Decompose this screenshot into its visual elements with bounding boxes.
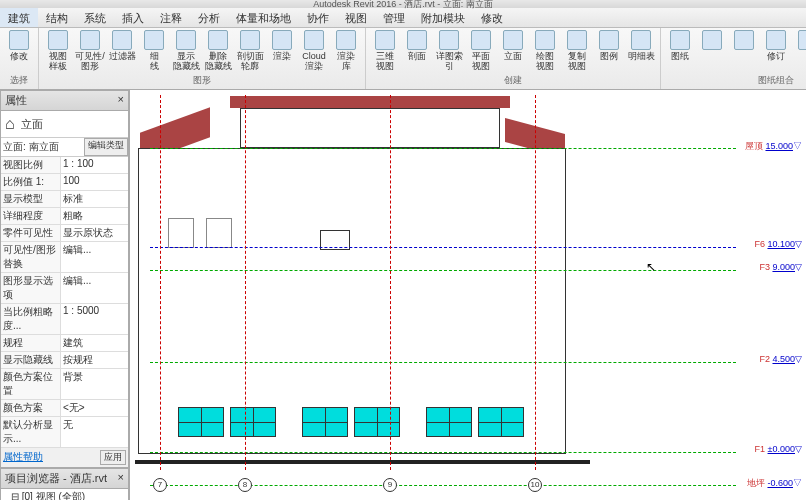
panel-title: 项目浏览器 - 酒店.rvt (5, 471, 107, 486)
tool-icon (336, 30, 356, 50)
menu-item[interactable]: 附加模块 (413, 8, 473, 27)
grid-bubble[interactable]: 10 (528, 478, 542, 492)
grid-line[interactable] (390, 95, 391, 470)
window (354, 407, 400, 437)
tool-icon (702, 30, 722, 50)
level-line[interactable] (150, 247, 736, 248)
properties-help-link[interactable]: 属性帮助 (3, 450, 43, 465)
ribbon-button[interactable]: 图纸 (665, 30, 695, 71)
menu-item[interactable]: 修改 (473, 8, 511, 27)
tool-icon (208, 30, 228, 50)
menu-item[interactable]: 建筑 (0, 8, 38, 27)
menu-item[interactable]: 分析 (190, 8, 228, 27)
tool-icon (144, 30, 164, 50)
ribbon-button[interactable] (729, 30, 759, 71)
drawing-canvas[interactable]: 屋顶 15.000▽F6 10.100▽F3 9.000▽F2 4.500▽F1… (130, 90, 806, 500)
title-bar: Autodesk Revit 2016 - 酒店.rvt - 立面: 南立面 (0, 0, 806, 8)
property-row[interactable]: 显示模型标准 (1, 191, 128, 208)
ribbon-button[interactable]: 显示隐藏线 (171, 30, 201, 71)
tool-icon (766, 30, 786, 50)
tool-icon (567, 30, 587, 50)
property-row[interactable]: 当比例粗略度...1 : 5000 (1, 304, 128, 335)
ribbon-button[interactable]: 立面 (498, 30, 528, 71)
window (230, 407, 276, 437)
property-row[interactable]: 显示隐藏线按规程 (1, 352, 128, 369)
ribbon-button[interactable]: 渲染 (267, 30, 297, 71)
menu-item[interactable]: 插入 (114, 8, 152, 27)
property-row[interactable]: 零件可见性显示原状态 (1, 225, 128, 242)
tool-icon (407, 30, 427, 50)
ribbon-button[interactable]: 三维视图 (370, 30, 400, 71)
ribbon-button[interactable]: 剖切面轮廓 (235, 30, 265, 71)
tool-icon (176, 30, 196, 50)
ribbon-button[interactable]: 明细表 (626, 30, 656, 71)
properties-panel: 属性× ⌂ 立面 立面: 南立面 编辑类型 视图比例1 : 100比例值 1:1… (0, 90, 129, 468)
grid-bubble[interactable]: 7 (153, 478, 167, 492)
menu-item[interactable]: 管理 (375, 8, 413, 27)
tool-icon (272, 30, 292, 50)
property-row[interactable]: 详细程度粗略 (1, 208, 128, 225)
ribbon-group-graphics: 视图样板可见性/图形过滤器细线显示隐藏线删除隐藏线剖切面轮廓渲染Cloud渲染渲… (39, 28, 366, 89)
edit-type-button[interactable]: 编辑类型 (84, 138, 128, 156)
modify-button[interactable]: 修改 (4, 30, 34, 61)
ribbon-button[interactable] (793, 30, 806, 71)
window (426, 407, 472, 437)
level-label[interactable]: F2 4.500▽ (759, 354, 802, 364)
ribbon-button[interactable] (697, 30, 727, 71)
cursor-icon (9, 30, 29, 50)
menu-item[interactable]: 注释 (152, 8, 190, 27)
grid-line[interactable] (535, 95, 536, 470)
ground-line (135, 460, 590, 464)
property-row[interactable]: 可见性/图形替换编辑... (1, 242, 128, 273)
menu-item[interactable]: 系统 (76, 8, 114, 27)
property-row[interactable]: 比例值 1:100 (1, 174, 128, 191)
ribbon-button[interactable]: 删除隐藏线 (203, 30, 233, 71)
grid-bubble[interactable]: 8 (238, 478, 252, 492)
close-icon[interactable]: × (118, 471, 124, 486)
tree-node[interactable]: ⊟ [0] 视图 (全部) (1, 489, 128, 500)
menu-item[interactable]: 体量和场地 (228, 8, 299, 27)
level-label[interactable]: 屋顶 15.000▽ (745, 140, 802, 153)
ribbon-button[interactable]: 渲染库 (331, 30, 361, 71)
property-row[interactable]: 视图比例1 : 100 (1, 157, 128, 174)
level-label[interactable]: 地坪 -0.600▽ (747, 477, 802, 490)
close-icon[interactable]: × (118, 93, 124, 108)
ribbon-button[interactable]: 视图样板 (43, 30, 73, 71)
ribbon-button[interactable]: 剖面 (402, 30, 432, 71)
ribbon-button[interactable]: 可见性/图形 (75, 30, 105, 71)
property-row[interactable]: 规程建筑 (1, 335, 128, 352)
ribbon-button[interactable]: 图例 (594, 30, 624, 71)
view-selector[interactable]: 立面: 南立面 (1, 138, 84, 156)
ribbon-button[interactable]: 修订 (761, 30, 791, 71)
grid-line[interactable] (245, 95, 246, 470)
grid-line[interactable] (160, 95, 161, 470)
menu-item[interactable]: 视图 (337, 8, 375, 27)
level-line[interactable] (150, 362, 736, 363)
level-line[interactable] (150, 148, 736, 149)
level-label[interactable]: F1 ±0.000▽ (755, 444, 803, 454)
ribbon-button[interactable]: 详图索引 (434, 30, 464, 71)
ribbon-button[interactable]: 过滤器 (107, 30, 137, 71)
property-row[interactable]: 图形显示选项编辑... (1, 273, 128, 304)
tool-icon (798, 30, 806, 50)
property-row[interactable]: 颜色方案位置背景 (1, 369, 128, 400)
roof (230, 96, 510, 108)
level-label[interactable]: F3 9.000▽ (759, 262, 802, 272)
property-row[interactable]: 默认分析显示...无 (1, 417, 128, 448)
ribbon-button[interactable]: Cloud渲染 (299, 30, 329, 71)
level-line[interactable] (150, 452, 736, 453)
ribbon-button[interactable]: 细线 (139, 30, 169, 71)
tool-icon (535, 30, 555, 50)
ribbon-button[interactable]: 复制视图 (562, 30, 592, 71)
menu-item[interactable]: 结构 (38, 8, 76, 27)
ribbon-group-create: 三维视图剖面详图索引平面视图立面绘图视图复制视图图例明细表 创建 (366, 28, 661, 89)
ribbon-button[interactable]: 平面视图 (466, 30, 496, 71)
tool-icon (599, 30, 619, 50)
property-row[interactable]: 颜色方案<无> (1, 400, 128, 417)
grid-bubble[interactable]: 9 (383, 478, 397, 492)
apply-button[interactable]: 应用 (100, 450, 126, 465)
ribbon-button[interactable]: 绘图视图 (530, 30, 560, 71)
menu-item[interactable]: 协作 (299, 8, 337, 27)
tool-icon (670, 30, 690, 50)
level-label[interactable]: F6 10.100▽ (754, 239, 802, 249)
